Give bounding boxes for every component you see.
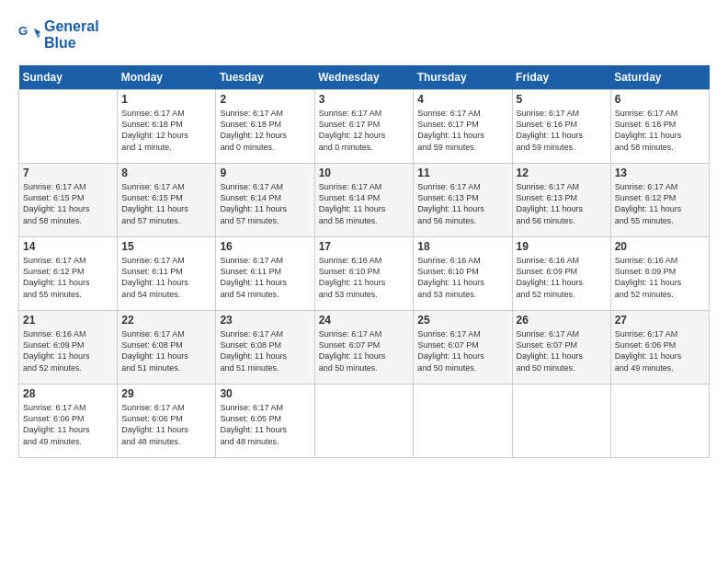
day-number: 14 (23, 240, 113, 253)
day-info: Sunrise: 6:17 AM Sunset: 6:14 PM Dayligh… (319, 181, 410, 226)
day-info: Sunrise: 6:17 AM Sunset: 6:08 PM Dayligh… (121, 328, 211, 373)
logo-text: General Blue (44, 18, 99, 51)
calendar-cell: 14Sunrise: 6:17 AM Sunset: 6:12 PM Dayli… (19, 237, 118, 311)
header-row: SundayMondayTuesdayWednesdayThursdayFrid… (19, 65, 710, 90)
day-info: Sunrise: 6:17 AM Sunset: 6:16 PM Dayligh… (517, 108, 607, 153)
day-info: Sunrise: 6:17 AM Sunset: 6:08 PM Dayligh… (220, 328, 310, 373)
week-row-5: 28Sunrise: 6:17 AM Sunset: 6:06 PM Dayli… (19, 385, 710, 458)
col-header-friday: Friday (512, 65, 610, 90)
calendar-cell: 18Sunrise: 6:16 AM Sunset: 6:10 PM Dayli… (414, 237, 512, 311)
day-info: Sunrise: 6:17 AM Sunset: 6:18 PM Dayligh… (121, 108, 211, 153)
day-number: 12 (517, 167, 607, 179)
calendar-cell: 4Sunrise: 6:17 AM Sunset: 6:17 PM Daylig… (414, 90, 512, 164)
calendar-cell: 23Sunrise: 6:17 AM Sunset: 6:08 PM Dayli… (216, 311, 314, 385)
day-info: Sunrise: 6:16 AM Sunset: 6:09 PM Dayligh… (23, 328, 113, 373)
calendar-cell: 1Sunrise: 6:17 AM Sunset: 6:18 PM Daylig… (118, 90, 216, 164)
col-header-tuesday: Tuesday (216, 65, 314, 90)
week-row-2: 7Sunrise: 6:17 AM Sunset: 6:15 PM Daylig… (19, 164, 710, 237)
calendar-cell: 13Sunrise: 6:17 AM Sunset: 6:12 PM Dayli… (610, 164, 709, 237)
calendar-cell: 20Sunrise: 6:16 AM Sunset: 6:09 PM Dayli… (610, 237, 709, 311)
day-info: Sunrise: 6:16 AM Sunset: 6:10 PM Dayligh… (319, 255, 410, 300)
day-number: 11 (417, 167, 507, 179)
day-number: 15 (121, 240, 211, 253)
calendar-cell: 26Sunrise: 6:17 AM Sunset: 6:07 PM Dayli… (512, 311, 610, 385)
col-header-monday: Monday (118, 65, 216, 90)
calendar-cell: 25Sunrise: 6:17 AM Sunset: 6:07 PM Dayli… (414, 311, 512, 385)
day-info: Sunrise: 6:17 AM Sunset: 6:06 PM Dayligh… (121, 402, 211, 447)
day-info: Sunrise: 6:17 AM Sunset: 6:13 PM Dayligh… (417, 181, 507, 226)
day-number: 3 (319, 93, 410, 106)
day-number: 1 (121, 93, 211, 106)
week-row-3: 14Sunrise: 6:17 AM Sunset: 6:12 PM Dayli… (19, 237, 710, 311)
calendar-cell: 28Sunrise: 6:17 AM Sunset: 6:06 PM Dayli… (19, 385, 118, 458)
col-header-thursday: Thursday (414, 65, 512, 90)
day-info: Sunrise: 6:16 AM Sunset: 6:10 PM Dayligh… (417, 255, 507, 300)
day-number: 6 (615, 93, 705, 106)
calendar-cell: 29Sunrise: 6:17 AM Sunset: 6:06 PM Dayli… (118, 385, 216, 458)
calendar-cell: 27Sunrise: 6:17 AM Sunset: 6:06 PM Dayli… (610, 311, 709, 385)
day-number: 25 (417, 314, 507, 327)
day-number: 8 (121, 167, 211, 179)
day-number: 30 (220, 387, 310, 400)
day-number: 9 (220, 167, 310, 179)
calendar-table: SundayMondayTuesdayWednesdayThursdayFrid… (18, 65, 710, 458)
day-number: 29 (121, 387, 211, 400)
day-info: Sunrise: 6:17 AM Sunset: 6:11 PM Dayligh… (220, 255, 310, 300)
day-info: Sunrise: 6:17 AM Sunset: 6:15 PM Dayligh… (121, 181, 211, 226)
calendar-cell: 17Sunrise: 6:16 AM Sunset: 6:10 PM Dayli… (314, 237, 414, 311)
week-row-4: 21Sunrise: 6:16 AM Sunset: 6:09 PM Dayli… (19, 311, 710, 385)
day-info: Sunrise: 6:17 AM Sunset: 6:12 PM Dayligh… (615, 181, 705, 226)
day-number: 2 (220, 93, 310, 106)
col-header-saturday: Saturday (610, 65, 709, 90)
calendar-cell: 9Sunrise: 6:17 AM Sunset: 6:14 PM Daylig… (216, 164, 314, 237)
day-info: Sunrise: 6:16 AM Sunset: 6:09 PM Dayligh… (517, 255, 607, 300)
calendar-cell: 30Sunrise: 6:17 AM Sunset: 6:05 PM Dayli… (216, 385, 314, 458)
day-number: 23 (220, 314, 310, 327)
col-header-wednesday: Wednesday (314, 65, 414, 90)
svg-text:G: G (18, 24, 28, 38)
day-number: 20 (615, 240, 705, 253)
calendar-cell: 22Sunrise: 6:17 AM Sunset: 6:08 PM Dayli… (118, 311, 216, 385)
day-number: 10 (319, 167, 410, 179)
calendar-cell: 24Sunrise: 6:17 AM Sunset: 6:07 PM Dayli… (314, 311, 414, 385)
calendar-cell: 11Sunrise: 6:17 AM Sunset: 6:13 PM Dayli… (414, 164, 512, 237)
calendar-cell (512, 385, 610, 458)
calendar-cell: 19Sunrise: 6:16 AM Sunset: 6:09 PM Dayli… (512, 237, 610, 311)
calendar-cell: 6Sunrise: 6:17 AM Sunset: 6:16 PM Daylig… (610, 90, 709, 164)
day-info: Sunrise: 6:17 AM Sunset: 6:17 PM Dayligh… (417, 108, 507, 153)
day-info: Sunrise: 6:17 AM Sunset: 6:07 PM Dayligh… (517, 328, 607, 373)
day-info: Sunrise: 6:17 AM Sunset: 6:12 PM Dayligh… (23, 255, 113, 300)
day-number: 27 (615, 314, 705, 327)
calendar-cell (314, 385, 414, 458)
page-container: G General Blue SundayMondayTuesdayWednes… (0, 0, 728, 467)
calendar-cell: 2Sunrise: 6:17 AM Sunset: 6:18 PM Daylig… (216, 90, 314, 164)
calendar-cell: 8Sunrise: 6:17 AM Sunset: 6:15 PM Daylig… (118, 164, 216, 237)
day-number: 17 (319, 240, 410, 253)
day-number: 16 (220, 240, 310, 253)
header: G General Blue (18, 18, 710, 51)
day-number: 13 (615, 167, 705, 179)
day-info: Sunrise: 6:17 AM Sunset: 6:06 PM Dayligh… (23, 402, 113, 447)
day-info: Sunrise: 6:17 AM Sunset: 6:16 PM Dayligh… (615, 108, 705, 153)
day-info: Sunrise: 6:17 AM Sunset: 6:11 PM Dayligh… (121, 255, 211, 300)
calendar-cell (610, 385, 709, 458)
day-info: Sunrise: 6:17 AM Sunset: 6:05 PM Dayligh… (220, 402, 310, 447)
day-number: 4 (417, 93, 507, 106)
calendar-cell (414, 385, 512, 458)
calendar-cell: 21Sunrise: 6:16 AM Sunset: 6:09 PM Dayli… (19, 311, 118, 385)
day-number: 19 (517, 240, 607, 253)
day-number: 24 (319, 314, 410, 327)
logo-icon: G (18, 24, 40, 46)
day-info: Sunrise: 6:17 AM Sunset: 6:17 PM Dayligh… (319, 108, 410, 153)
calendar-cell: 7Sunrise: 6:17 AM Sunset: 6:15 PM Daylig… (19, 164, 118, 237)
calendar-cell: 3Sunrise: 6:17 AM Sunset: 6:17 PM Daylig… (314, 90, 414, 164)
day-info: Sunrise: 6:17 AM Sunset: 6:06 PM Dayligh… (615, 328, 705, 373)
calendar-cell: 12Sunrise: 6:17 AM Sunset: 6:13 PM Dayli… (512, 164, 610, 237)
day-info: Sunrise: 6:17 AM Sunset: 6:07 PM Dayligh… (417, 328, 507, 373)
day-info: Sunrise: 6:17 AM Sunset: 6:15 PM Dayligh… (23, 181, 113, 226)
day-info: Sunrise: 6:17 AM Sunset: 6:18 PM Dayligh… (220, 108, 310, 153)
day-info: Sunrise: 6:17 AM Sunset: 6:13 PM Dayligh… (517, 181, 607, 226)
calendar-cell: 5Sunrise: 6:17 AM Sunset: 6:16 PM Daylig… (512, 90, 610, 164)
day-info: Sunrise: 6:17 AM Sunset: 6:14 PM Dayligh… (220, 181, 310, 226)
day-number: 28 (23, 387, 113, 400)
